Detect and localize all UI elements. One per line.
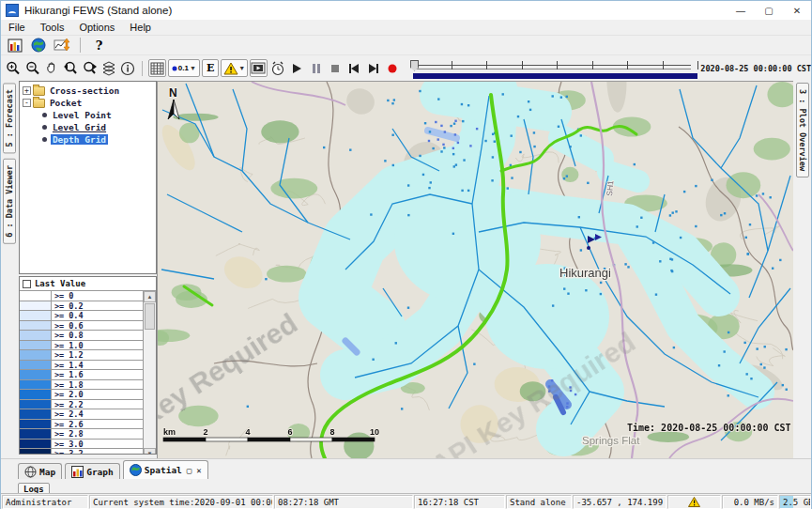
play-button[interactable] [288,59,305,77]
legend-row[interactable]: >= 2.4 [20,409,143,420]
legend-row[interactable]: >= 0 [20,291,143,301]
filter-tree: +Cross-section-PocketLevel PointLevel Gr… [19,81,157,274]
menu-file[interactable]: File [1,21,33,34]
legend-row[interactable]: >= 0.8 [20,331,143,341]
pause-button[interactable] [307,59,324,77]
logs-row: Logs [1,479,811,493]
tab-spatial[interactable]: Spatial ▢ ✕ [123,460,208,479]
warning-threshold-dropdown[interactable]: ▼ [221,59,248,77]
legend-color-swatch [20,321,52,331]
tree-item-pocket[interactable]: -Pocket [22,97,156,109]
legend-button[interactable]: E [202,59,219,77]
legend-row[interactable]: >= 2.6 [20,420,143,430]
tab-map[interactable]: Map [18,463,62,479]
grid-display-button[interactable] [148,59,165,77]
tab-plot-overview[interactable]: 3 : Plot Overview [796,83,809,177]
time-slider-thumb[interactable] [410,60,419,71]
tree-toggle-icon[interactable]: + [23,86,31,95]
tab-restore-icon[interactable]: ▢ [187,466,192,475]
legend-class-label: >= 0.8 [52,331,143,340]
map-globe-icon[interactable] [29,37,47,54]
stop-button[interactable] [327,59,344,77]
menu-help[interactable]: Help [122,21,159,34]
legend-class-label: >= 0.2 [52,301,143,311]
folder-icon [33,99,45,108]
legend-row[interactable]: >= 0.4 [20,311,143,321]
tab-forecast[interactable]: 5 : Forecast [3,83,16,153]
database-viewer-icon[interactable] [6,37,23,54]
info-icon[interactable] [119,59,136,77]
map-viewport[interactable]: API Key Required API Key Required Hikura… [157,81,793,458]
status-warning-cell[interactable] [667,495,721,509]
status-system-time: Current system time:2020-09-01 00:00 CST [89,495,273,509]
status-local-time: 16:27:18 CST [414,495,505,509]
legend-color-swatch [20,331,52,340]
tab-data-viewer[interactable]: 6 : Data Viewer [3,159,16,244]
maximize-button[interactable]: ▢ [755,2,783,20]
slider-tick [663,61,664,69]
legend-row[interactable]: >= 2.2 [20,400,143,410]
last-value-checkbox[interactable] [23,280,31,288]
legend-row[interactable]: >= 1.4 [20,361,143,371]
zoom-in-icon[interactable] [5,59,22,77]
legend-row[interactable]: >= 0.2 [20,301,143,312]
main-area: 5 : Forecast 6 : Data Viewer +Cross-sect… [1,81,811,458]
menu-bar: FileToolsOptionsHelp [1,20,811,36]
legend-class-label: >= 1.2 [52,350,143,360]
tab-graph[interactable]: Graph [65,463,120,479]
step-back-button[interactable] [345,59,362,77]
legend-class-label: >= 1.0 [52,341,143,350]
spatial-map[interactable]: API Key Required API Key Required Hikura… [158,82,793,458]
scrollbar-thumb[interactable] [145,303,155,330]
wireframe-globe-icon [24,466,37,478]
legend-color-swatch [20,440,52,449]
menu-options[interactable]: Options [71,21,122,34]
tree-item-depth-grid[interactable]: Depth Grid [22,133,156,146]
menu-tools[interactable]: Tools [33,21,72,34]
tree-item-cross-section[interactable]: +Cross-section [22,85,156,97]
legend-row[interactable]: >= 3.2 [20,449,143,455]
slider-tick [522,61,523,69]
scroll-up-icon[interactable]: ▲ [144,291,156,302]
legend-row[interactable]: >= 2.0 [20,390,143,400]
class-break-dropdown[interactable]: 0.1 ▼ [168,59,200,77]
tree-item-level-grid[interactable]: Level Grid [22,121,156,133]
legend-row[interactable]: >= 2.8 [20,429,143,440]
zoom-out-icon[interactable] [23,59,40,77]
toolbar-separator [80,38,81,53]
legend-row[interactable]: >= 3.0 [20,440,143,450]
tree-item-level-point[interactable]: Level Point [22,109,156,121]
layers-icon[interactable] [100,59,117,77]
pan-hand-icon[interactable] [43,59,60,77]
minimize-button[interactable]: — [727,2,755,20]
step-forward-button[interactable] [364,59,381,77]
legend-class-label: >= 2.0 [52,390,143,399]
animation-timer-icon[interactable] [269,59,286,77]
zoom-previous-icon[interactable] [62,59,79,77]
legend-row[interactable]: >= 1.2 [20,350,143,361]
legend-row[interactable]: >= 1.8 [20,380,143,391]
record-button[interactable] [384,59,401,77]
bottom-tab-bar: Map Graph Spatial ▢ ✕ [1,458,811,479]
timeseries-dialog-icon[interactable] [53,37,70,54]
close-button[interactable]: ✕ [783,2,811,20]
warning-icon [688,497,700,507]
tab-close-icon[interactable]: ✕ [196,466,201,475]
tree-item-label: Level Point [51,110,114,120]
legend-row[interactable]: >= 1.0 [20,341,143,351]
help-button[interactable]: ? [90,37,108,54]
legend-color-swatch [20,429,52,439]
legend-row[interactable]: >= 1.6 [20,370,143,380]
scale-unit-label: km [163,427,176,437]
scroll-down-icon[interactable]: ▼ [144,448,156,455]
tree-toggle-icon[interactable]: - [23,99,31,107]
town-label: Hikurangi [559,266,611,280]
legend-row[interactable]: >= 0.6 [20,321,143,332]
tree-item-label: Pocket [48,98,84,108]
animation-dialog-button[interactable] [250,59,267,77]
time-slider[interactable] [410,57,693,80]
bullet-icon [42,125,47,130]
zoom-next-icon[interactable] [81,59,98,77]
legend-scrollbar[interactable]: ▲ ▼ [144,291,156,455]
road-label: SH1 [605,180,615,197]
